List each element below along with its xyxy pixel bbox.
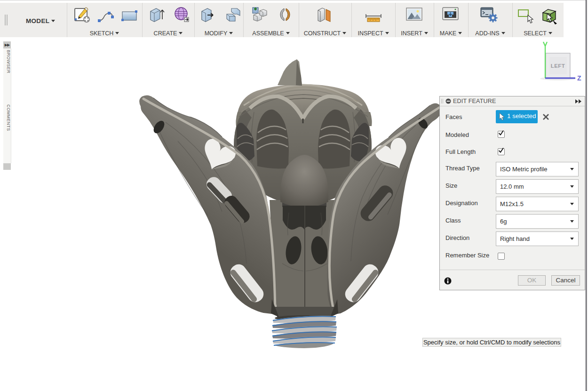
svg-text:LEFT: LEFT [551, 63, 565, 69]
svg-text:Z: Z [577, 74, 581, 82]
